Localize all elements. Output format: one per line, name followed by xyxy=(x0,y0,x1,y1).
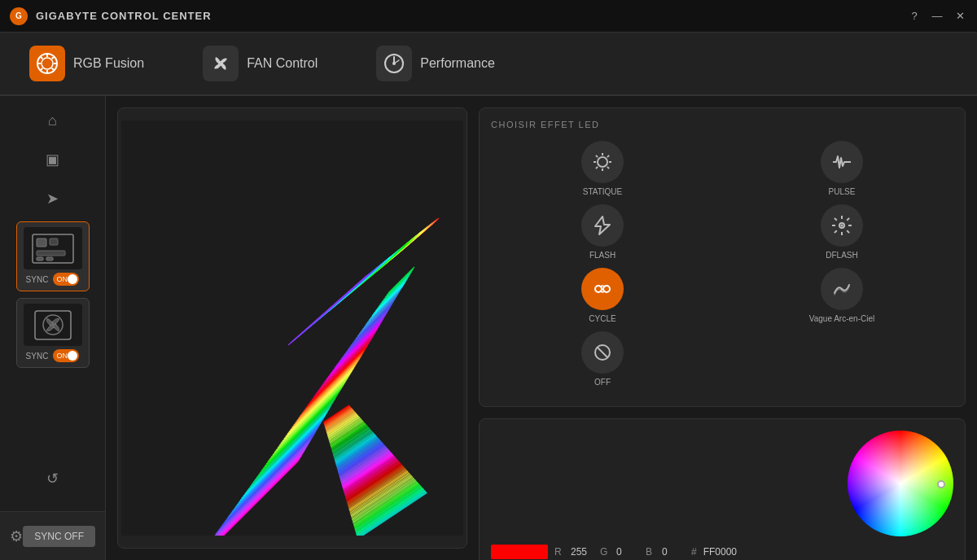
svg-line-30 xyxy=(596,167,598,168)
controls-panel: CHOISIR EFFET LED xyxy=(479,107,966,549)
device2-sync-label: SYNC xyxy=(26,352,49,361)
svg-line-28 xyxy=(607,167,609,168)
sidebar-nav-home[interactable]: ⌂ xyxy=(37,104,69,137)
led-preview-panel xyxy=(117,107,467,549)
nav-item-rgb[interactable]: RGB Fusion xyxy=(16,39,157,88)
effect-item-cycle[interactable]: CYCLE xyxy=(491,268,714,323)
svg-line-8 xyxy=(52,57,55,59)
device-card-fan[interactable]: SYNC ON xyxy=(16,298,90,368)
r-label: R xyxy=(554,546,564,558)
device1-sync-label: SYNC xyxy=(26,275,49,284)
svg-line-27 xyxy=(596,155,598,157)
b-label: B xyxy=(646,546,655,558)
led-canvas xyxy=(121,120,463,536)
nav-label-rgb: RGB Fusion xyxy=(73,56,144,71)
motherboard-icon xyxy=(28,230,77,267)
effect-label-pulse: PULSE xyxy=(829,187,856,196)
effect-label-statique: STATIQUE xyxy=(583,187,623,196)
effect-btn-vague[interactable] xyxy=(821,268,863,310)
rgb-fusion-icon-wrap xyxy=(29,46,65,81)
nav-label-performance: Performance xyxy=(420,56,495,71)
effect-btn-flash[interactable] xyxy=(581,204,624,247)
performance-icon-wrap xyxy=(376,46,412,81)
sidebar-bottom: ⚙ SYNC OFF xyxy=(0,511,105,560)
svg-rect-18 xyxy=(46,257,53,260)
device-card-motherboard[interactable]: SYNC ON xyxy=(16,221,90,291)
sidebar-nav-refresh[interactable]: ↺ xyxy=(37,462,69,495)
svg-line-9 xyxy=(41,68,43,71)
color-section: R 255 G 0 B 0 # FF0000 xyxy=(479,418,966,560)
minimize-button[interactable]: — xyxy=(930,9,944,24)
device2-sync-toggle[interactable]: ON xyxy=(53,349,79,362)
app-icon-letter: G xyxy=(15,11,22,20)
hash-label: # xyxy=(691,546,697,558)
svg-point-12 xyxy=(392,62,396,65)
color-preview-bar xyxy=(491,545,548,559)
statique-icon xyxy=(592,151,613,173)
window-controls: ? — ✕ xyxy=(907,9,967,24)
svg-point-1 xyxy=(42,58,53,69)
app-title: GIGABYTE CONTROL CENTER xyxy=(36,10,907,22)
effect-item-vague[interactable]: Vague Arc-en-Ciel xyxy=(730,268,953,323)
effect-label-off: OFF xyxy=(594,378,611,387)
top-navigation: RGB Fusion FAN Control Performance xyxy=(0,33,977,96)
nav-item-performance[interactable]: Performance xyxy=(363,39,508,88)
effect-item-dflash[interactable]: DFLASH xyxy=(730,204,953,260)
svg-line-29 xyxy=(607,155,609,157)
svg-rect-14 xyxy=(37,238,46,247)
fan-image xyxy=(24,304,82,346)
effect-label-dflash: DFLASH xyxy=(826,251,857,260)
sidebar-nav-send[interactable]: ➤ xyxy=(37,182,69,215)
flash-icon xyxy=(592,215,613,236)
nav-item-fan[interactable]: FAN Control xyxy=(190,39,331,88)
settings-gear-icon[interactable]: ⚙ xyxy=(10,527,23,545)
effect-section: CHOISIR EFFET LED xyxy=(479,107,966,407)
performance-icon xyxy=(383,52,405,75)
sidebar: ⌂ ▣ ➤ SYNC ON xyxy=(0,96,106,560)
color-wheel[interactable] xyxy=(848,431,953,536)
effect-btn-pulse[interactable] xyxy=(821,141,863,183)
rgb-row: R 255 G 0 B 0 # FF0000 xyxy=(491,545,953,559)
effect-btn-statique[interactable] xyxy=(581,141,624,183)
effect-grid: STATIQUE PULSE xyxy=(491,141,953,387)
effect-item-pulse[interactable]: PULSE xyxy=(730,141,953,196)
effect-label-cycle: CYCLE xyxy=(589,314,616,323)
main-layout: ⌂ ▣ ➤ SYNC ON xyxy=(0,96,977,560)
b-value: 0 xyxy=(662,546,685,558)
effect-section-title: CHOISIR EFFET LED xyxy=(491,120,953,129)
svg-line-37 xyxy=(847,218,849,221)
svg-line-7 xyxy=(52,68,55,71)
content-area: CHOISIR EFFET LED xyxy=(106,96,977,560)
effect-btn-dflash[interactable] xyxy=(821,204,863,247)
rgb-fusion-icon xyxy=(36,52,59,75)
svg-line-35 xyxy=(835,218,837,221)
sidebar-nav-monitor[interactable]: ▣ xyxy=(37,143,69,176)
nav-label-fan: FAN Control xyxy=(247,56,318,71)
motherboard-image xyxy=(24,227,82,269)
device2-toggle-on-label: ON xyxy=(56,352,68,360)
effect-item-off[interactable]: OFF xyxy=(491,331,714,387)
color-wheel-row xyxy=(491,431,953,536)
device1-sync-row: SYNC ON xyxy=(26,273,80,286)
hex-value: FF0000 xyxy=(703,546,737,558)
effect-label-flash: FLASH xyxy=(589,251,616,260)
fan-control-icon-wrap xyxy=(203,46,239,81)
svg-line-36 xyxy=(847,230,849,233)
effect-btn-cycle[interactable] xyxy=(581,268,624,310)
effect-item-statique[interactable]: STATIQUE xyxy=(491,141,714,196)
sync-off-button[interactable]: SYNC OFF xyxy=(23,526,95,547)
svg-line-6 xyxy=(41,57,43,59)
svg-rect-17 xyxy=(37,257,43,260)
effect-label-vague: Vague Arc-en-Ciel xyxy=(809,314,874,323)
device1-sync-toggle[interactable]: ON xyxy=(53,273,79,286)
effect-btn-off[interactable] xyxy=(581,331,624,374)
color-wheel-container[interactable] xyxy=(848,431,953,536)
titlebar: G GIGABYTE CONTROL CENTER ? — ✕ xyxy=(0,0,977,33)
effect-item-flash[interactable]: FLASH xyxy=(491,204,714,260)
off-icon xyxy=(592,342,613,363)
svg-line-38 xyxy=(835,230,837,233)
fan-control-icon xyxy=(209,52,232,75)
close-button[interactable]: ✕ xyxy=(953,9,967,24)
color-wheel-dot xyxy=(937,480,945,488)
help-button[interactable]: ? xyxy=(907,9,922,24)
